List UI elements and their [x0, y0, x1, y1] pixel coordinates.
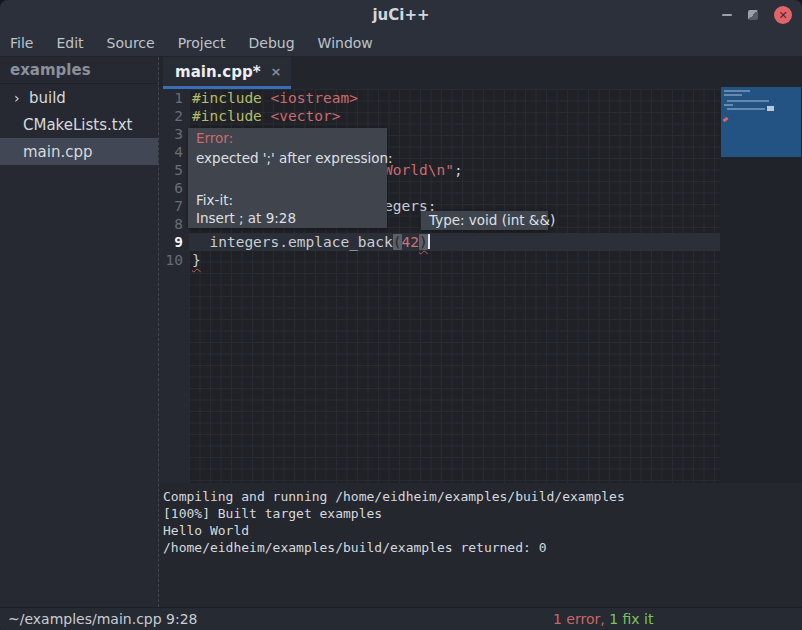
- sidebar-item-cmakelists[interactable]: CMakeLists.txt: [0, 111, 158, 138]
- sidebar-item-label: CMakeLists.txt: [23, 116, 132, 134]
- diagnostics-status: 1 error, 1 fix it: [553, 608, 653, 630]
- menu-window[interactable]: Window: [318, 35, 373, 51]
- output-line: Hello World: [163, 522, 802, 539]
- tab-label: main.cpp*: [175, 63, 260, 81]
- code-token: }: [192, 252, 201, 268]
- minimap-code-line: [724, 94, 742, 96]
- code-token: #include: [192, 90, 271, 106]
- line-number: 6: [159, 179, 189, 197]
- code-token: <iostream>: [271, 90, 358, 106]
- file-location-status: ~/examples/main.cpp 9:28: [8, 608, 198, 630]
- tab-close-icon[interactable]: ×: [270, 65, 281, 78]
- line-number: 5: [159, 161, 189, 179]
- error-count: 1 error,: [553, 611, 605, 627]
- minimap-column[interactable]: [720, 89, 802, 483]
- code-token: ): [419, 234, 428, 250]
- menu-file[interactable]: File: [10, 35, 33, 51]
- output-line: /home/eidheim/examples/build/examples re…: [163, 539, 802, 556]
- minimap-bracket-highlight: [767, 106, 774, 111]
- line-number: 8: [159, 215, 189, 233]
- output-line: [100%] Built target examples: [163, 505, 802, 522]
- code-line[interactable]: #include <iostream>: [189, 89, 720, 107]
- gutter: 12345678910: [159, 89, 189, 483]
- line-number: 4: [159, 143, 189, 161]
- project-tree: examples › build CMakeLists.txt main.cpp: [0, 57, 159, 607]
- menu-project[interactable]: Project: [178, 35, 226, 51]
- maximize-icon[interactable]: [748, 10, 758, 20]
- minimap-code-line: [724, 104, 733, 106]
- status-bar: ~/examples/main.cpp 9:28 1 error, 1 fix …: [0, 607, 802, 630]
- menu-edit[interactable]: Edit: [56, 35, 83, 51]
- line-number: 1: [159, 89, 189, 107]
- tab-bar: main.cpp* ×: [159, 57, 802, 89]
- line-number: 7: [159, 197, 189, 215]
- project-name-header: examples: [0, 57, 158, 84]
- code-token: #include: [192, 108, 271, 124]
- titlebar[interactable]: juCi++ ✕: [0, 0, 802, 30]
- type-tooltip: Type: void (int &&): [421, 211, 548, 230]
- jucipp-window: juCi++ ✕ File Edit Source Project Debug …: [0, 0, 802, 630]
- line-number: 9: [159, 233, 189, 251]
- sidebar-item-maincpp[interactable]: main.cpp: [0, 138, 158, 165]
- fixit-count: 1 fix it: [605, 611, 654, 627]
- code-line[interactable]: #include <vector>: [189, 107, 720, 125]
- code-token: <vector>: [271, 108, 341, 124]
- window-controls: ✕: [722, 0, 792, 30]
- close-icon[interactable]: ✕: [774, 6, 792, 24]
- main-content: examples › build CMakeLists.txt main.cpp…: [0, 57, 802, 607]
- output-line: Compiling and running /home/eidheim/exam…: [163, 488, 802, 505]
- code-token: integers.emplace_back: [192, 234, 393, 250]
- code-token: ;: [454, 162, 463, 178]
- minimap-code-line: [727, 100, 769, 102]
- minimap-code-line: [724, 90, 750, 92]
- menubar: File Edit Source Project Debug Window: [0, 30, 802, 57]
- minimap-error-mark: [723, 117, 729, 122]
- window-title: juCi++: [0, 0, 802, 30]
- code-token: (: [393, 234, 402, 250]
- chevron-right-icon[interactable]: ›: [14, 90, 29, 106]
- text-caret: [428, 234, 430, 249]
- tab-maincpp[interactable]: main.cpp* ×: [163, 57, 291, 89]
- output-panel[interactable]: Compiling and running /home/eidheim/exam…: [159, 483, 802, 607]
- line-number: 2: [159, 107, 189, 125]
- sidebar-item-build[interactable]: › build: [0, 84, 158, 111]
- diagnostic-tooltip: Error: expected ';' after expression: Fi…: [188, 128, 387, 228]
- sidebar-item-label: main.cpp: [23, 143, 93, 161]
- minimize-icon[interactable]: [722, 14, 732, 16]
- code-line[interactable]: }: [189, 251, 720, 269]
- tooltip-fixit-message: Insert ; at 9:28: [196, 210, 296, 226]
- tooltip-error-title: Error:: [196, 130, 233, 146]
- sidebar-item-label: build: [29, 89, 66, 107]
- tooltip-error-message: expected ';' after expression:: [196, 150, 393, 166]
- menu-debug[interactable]: Debug: [249, 35, 295, 51]
- tooltip-fixit-title: Fix-it:: [196, 192, 233, 208]
- menu-source[interactable]: Source: [107, 35, 155, 51]
- minimap-viewport[interactable]: [721, 87, 801, 157]
- minimap-code-line: [727, 108, 765, 110]
- line-number: 10: [159, 251, 189, 269]
- code-token: 42: [402, 234, 419, 250]
- line-number: 3: [159, 125, 189, 143]
- code-line[interactable]: integers.emplace_back(42): [189, 233, 720, 251]
